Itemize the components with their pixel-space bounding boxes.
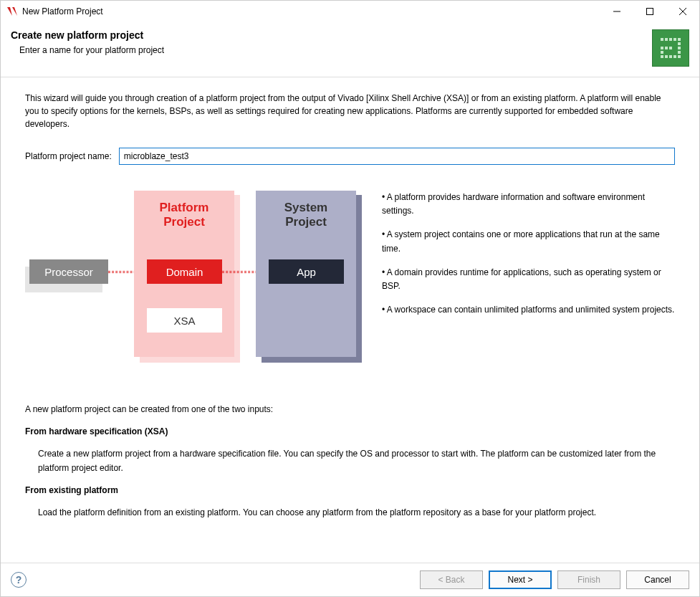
svg-rect-20	[669, 47, 672, 49]
svg-rect-1	[647, 9, 653, 15]
cancel-button[interactable]: Cancel	[626, 570, 689, 589]
svg-rect-12	[678, 55, 681, 58]
xsa-block: XSA	[147, 308, 222, 333]
bullet-item: • A domain provides runtime for applicat…	[382, 266, 675, 293]
input-description: A new platform project can be created fr…	[25, 403, 675, 520]
wizard-footer: ? < Back Next > Finish Cancel	[1, 563, 699, 596]
titlebar[interactable]: New Platform Project	[1, 1, 699, 22]
intro-text: This wizard will guide you through creat…	[25, 92, 675, 130]
maximize-button[interactable]	[633, 1, 666, 22]
back-button: < Back	[420, 570, 483, 589]
bullet-item: • A workspace can contain unlimited plat…	[382, 303, 675, 317]
help-icon[interactable]: ?	[11, 572, 27, 588]
svg-rect-18	[661, 47, 663, 49]
wizard-icon	[652, 29, 689, 67]
close-button[interactable]	[666, 1, 699, 22]
app-icon	[6, 6, 18, 17]
project-name-label: Platform project name:	[25, 151, 112, 161]
window-title: New Platform Project	[22, 6, 600, 16]
project-name-input[interactable]	[119, 148, 675, 165]
wizard-content: This wizard will guide you through creat…	[1, 77, 699, 563]
svg-rect-8	[678, 38, 681, 41]
svg-rect-9	[678, 42, 681, 45]
xsa-body: Create a new platform project from a har…	[38, 447, 675, 474]
svg-rect-11	[678, 51, 681, 54]
svg-rect-13	[673, 55, 676, 58]
processor-block: Processor	[29, 259, 108, 284]
wizard-header: Create new platform project Enter a name…	[1, 22, 699, 77]
architecture-diagram: Processor Platform Project Domain XSA Sy…	[25, 191, 362, 363]
svg-rect-14	[669, 55, 672, 58]
existing-body: Load the platform definition from an exi…	[38, 506, 675, 520]
page-title: Create new platform project	[11, 29, 164, 41]
svg-rect-6	[669, 38, 672, 41]
svg-rect-4	[661, 38, 663, 41]
xsa-heading: From hardware specification (XSA)	[25, 425, 675, 439]
svg-rect-7	[673, 38, 676, 41]
bullet-item: • A system project contains one or more …	[382, 228, 675, 255]
svg-rect-19	[665, 47, 668, 49]
svg-rect-17	[661, 51, 663, 54]
next-button[interactable]: Next >	[489, 570, 552, 589]
svg-rect-15	[665, 55, 668, 58]
existing-heading: From existing platform	[25, 484, 675, 497]
svg-rect-5	[665, 38, 668, 41]
bullet-list: • A platform provides hardware informati…	[382, 191, 675, 363]
svg-rect-16	[661, 55, 663, 58]
page-subtitle: Enter a name for your platform project	[19, 45, 164, 55]
domain-block: Domain	[147, 259, 222, 284]
svg-rect-10	[678, 47, 681, 49]
minimize-button[interactable]	[600, 1, 633, 22]
inputs-intro: A new platform project can be created fr…	[25, 403, 675, 416]
finish-button: Finish	[557, 570, 620, 589]
app-block: App	[269, 259, 344, 284]
bullet-item: • A platform provides hardware informati…	[382, 191, 675, 218]
